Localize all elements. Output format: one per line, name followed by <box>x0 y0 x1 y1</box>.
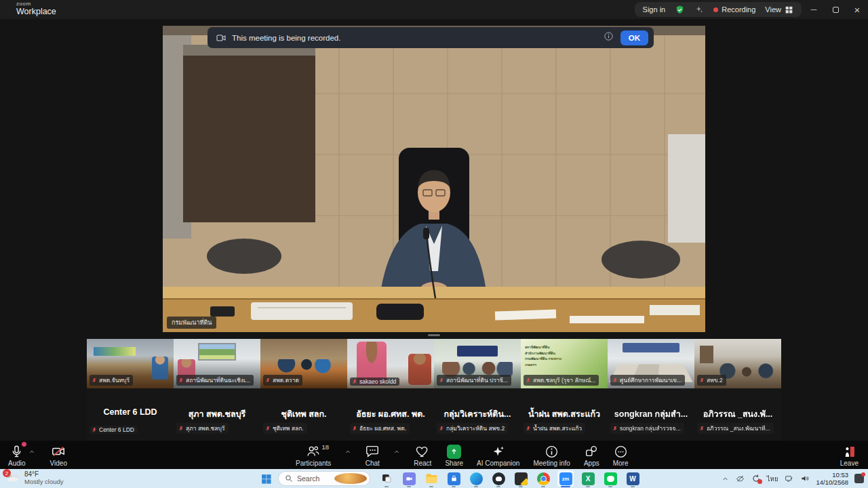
thumbnail-sakaeo-skoldd[interactable]: sakaeo skoldd <box>347 339 434 388</box>
audio-alert-badge <box>21 441 27 447</box>
participant-name-tag: สถานีพัฒนาที่ดิน ปราจี... <box>437 375 511 386</box>
participant-tile-athaya[interactable]: อัธยะ ผอ.ศทส. พด. อัธยะ ผอ.ศทส. พด. <box>347 388 434 441</box>
participant-name-tag: สพข.2 <box>697 375 726 386</box>
thumbnail-prachin[interactable]: สถานีพัฒนาที่ดิน ปราจี... <box>434 339 521 388</box>
close-button[interactable]: × <box>846 0 868 19</box>
share-button[interactable]: Share <box>445 443 463 467</box>
taskbar-app-teams[interactable] <box>401 470 417 487</box>
zoom-workplace-logo: zoom Workplace <box>16 1 56 16</box>
apps-button[interactable]: Apps <box>584 443 599 467</box>
tray-volume-icon[interactable] <box>800 474 810 483</box>
thumbnail-trat[interactable]: สพด.ตราด <box>260 339 347 388</box>
view-button[interactable]: View <box>765 5 793 14</box>
participant-name: กลุ่มวิเคราะห์ดิน สพข.2 <box>446 424 505 433</box>
participant-tile-chutithep[interactable]: ชุติเทพ สลก. ชุติเทพ สลก. <box>260 388 347 441</box>
thumbnail-spk2[interactable]: สพข.2 <box>694 339 781 388</box>
muted-mic-icon <box>699 378 705 383</box>
info-icon[interactable] <box>604 31 614 44</box>
participant-tile-supa[interactable]: สุภา สพด.ชลบุรี สุภา สพด.ชลบุรี <box>174 388 260 441</box>
participant-tile-namfon[interactable]: น้ำฝน สพด.สระแก้ว น้ำฝน สพด.สระแก้ว <box>521 388 608 441</box>
muted-mic-icon <box>612 378 618 383</box>
audio-participant-row: Center 6 LDD Center 6 LDD สุภา สพด.ชลบุร… <box>87 388 781 441</box>
tray-overflow-chevron[interactable] <box>722 475 729 483</box>
leave-button[interactable]: Leave <box>840 443 859 467</box>
titlebar-status-group: Sign in Recording View <box>635 2 802 17</box>
participant-name-tag: ศูนย์ศึกษาการพัฒนาเข... <box>610 375 685 386</box>
participant-name-tag: ชุติเทพ สลก. <box>263 423 307 434</box>
participants-options-caret[interactable] <box>344 446 351 458</box>
maximize-button[interactable] <box>825 0 846 19</box>
thumbnail-scene-shape <box>277 359 331 374</box>
taskbar-app-chrome[interactable] <box>535 470 551 487</box>
tray-hidden-icon[interactable] <box>735 474 745 483</box>
taskbar-app-file-explorer[interactable] <box>423 470 439 487</box>
participant-name: สพข.2 <box>707 375 723 385</box>
grid-view-icon <box>785 5 793 14</box>
taskbar-search[interactable]: Search <box>278 471 370 486</box>
participant-name: songkran กลุ่มสำรวจจ... <box>620 424 681 433</box>
taskbar-app-github[interactable] <box>490 470 507 487</box>
taskbar-app-word[interactable]: W <box>625 470 641 487</box>
participant-name-tag: น้ำฝน สพด.สระแก้ว <box>524 423 585 434</box>
participant-tile-center6ldd[interactable]: Center 6 LDD Center 6 LDD <box>87 388 174 441</box>
participant-name-tag: สุภา สพด.ชลบุรี <box>176 423 229 434</box>
search-highlight-image <box>334 473 368 484</box>
thumbnail-chanthaburi[interactable]: สพด.จันทบุรี <box>87 339 174 388</box>
ok-button[interactable]: OK <box>620 30 648 45</box>
participant-tile-songkran[interactable]: songkran กลุ่มสำ... songkran กลุ่มสำรวจจ… <box>608 388 694 441</box>
thumbnail-scene-shape <box>152 357 168 380</box>
heart-icon <box>415 444 430 459</box>
taskbar-clock[interactable]: 10:53 14/10/2568 <box>816 471 848 487</box>
meeting-info-button[interactable]: Meeting info <box>533 443 570 467</box>
search-icon <box>285 474 293 483</box>
taskbar-app-photos[interactable] <box>513 470 529 487</box>
participants-button[interactable]: 18 Participants <box>296 443 331 467</box>
participant-display-name: อัธยะ ผอ.ศทส. พด. <box>347 407 434 421</box>
react-button[interactable]: React <box>414 443 431 467</box>
tray-notification-icon[interactable] <box>854 474 864 483</box>
participant-display-name: ชุติเทพ สลก. <box>260 407 347 421</box>
taskbar-app-zoom[interactable]: zm <box>557 470 574 487</box>
participant-name: ชุติเทพ สลก. <box>273 424 304 433</box>
chat-button[interactable]: Chat <box>365 443 380 467</box>
more-button[interactable]: More <box>613 443 629 467</box>
muted-mic-icon <box>178 378 184 383</box>
active-speaker-video[interactable]: กรมพัฒนาที่ดิน <box>163 26 705 332</box>
participant-display-name: กลุ่มวิเคราะห์ดิน... <box>434 407 521 421</box>
ai-companion-button[interactable]: AI Companion <box>477 443 519 467</box>
thumbnail-chachoengsao[interactable]: สถานีพัฒนาที่ดินฉะเชิงเ... <box>174 339 260 388</box>
taskbar-app-excel[interactable]: X <box>580 470 596 487</box>
sign-in-link[interactable]: Sign in <box>643 5 666 14</box>
minimize-button[interactable]: ─ <box>803 0 825 19</box>
start-button[interactable] <box>258 470 274 487</box>
thumbnail-study-center[interactable]: ศูนย์ศึกษาการพัฒนาเข... <box>608 339 694 388</box>
share-screen-icon <box>447 445 461 459</box>
participant-name: sakaeo skoldd <box>359 378 396 385</box>
participant-name-tag: Center 6 LDD <box>90 426 138 434</box>
speaker-video-scene <box>163 26 705 332</box>
taskbar-app-taskview[interactable] <box>378 470 395 487</box>
thumbnail-chonburi[interactable]: สถานีพัฒนาที่ดิน สำนักงานพัฒนาที่ดิน กรม… <box>521 339 608 388</box>
recording-label: Recording <box>722 5 755 14</box>
participant-tile-apiwan[interactable]: อภิวรรณ _สนง.พั... อภิวรรณ _สนง.พัฒนาที.… <box>694 388 781 441</box>
language-indicator[interactable]: ไทย <box>767 474 778 484</box>
strip-drag-handle[interactable] <box>428 334 440 336</box>
participant-name: อภิวรรณ _สนง.พัฒนาที... <box>707 424 770 433</box>
participant-tile-soil-analysis[interactable]: กลุ่มวิเคราะห์ดิน... กลุ่มวิเคราะห์ดิน ส… <box>434 388 521 441</box>
audio-button[interactable]: Audio <box>8 443 26 467</box>
audio-options-caret[interactable] <box>28 446 35 458</box>
tray-sync-icon[interactable] <box>751 474 761 483</box>
taskbar-app-edge[interactable] <box>468 470 484 487</box>
chat-options-caret[interactable] <box>393 446 400 458</box>
shield-check-icon[interactable] <box>675 5 685 15</box>
taskbar-app-line[interactable] <box>602 470 618 487</box>
windows-taskbar: 2 84°F Mostly cloudy Search <box>0 469 868 488</box>
meeting-info-icon <box>545 445 559 459</box>
participant-name-tag: อภิวรรณ _สนง.พัฒนาที... <box>697 423 774 434</box>
participant-name: อัธยะ ผอ.ศทส. พด. <box>359 424 406 433</box>
taskbar-app-store[interactable] <box>446 470 462 487</box>
tray-display-icon[interactable] <box>784 474 794 483</box>
weather-widget[interactable]: 2 84°F Mostly cloudy <box>5 470 64 485</box>
sparkle-icon[interactable] <box>694 5 704 14</box>
video-button[interactable]: Video <box>50 443 67 467</box>
